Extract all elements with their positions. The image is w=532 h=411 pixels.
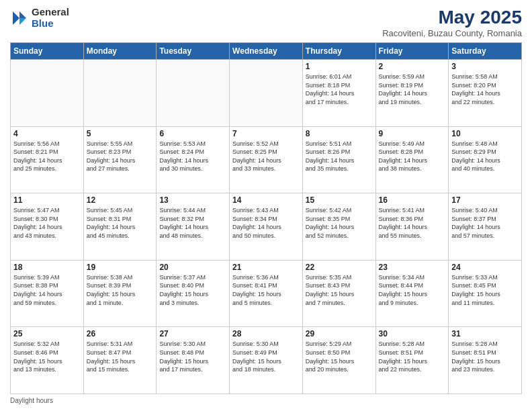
day-number: 25 xyxy=(13,329,81,338)
calendar-cell: 8Sunrise: 5:51 AM Sunset: 8:26 PM Daylig… xyxy=(302,126,375,193)
day-number: 30 xyxy=(379,329,446,338)
calendar-cell: 23Sunrise: 5:34 AM Sunset: 8:44 PM Dayli… xyxy=(375,260,449,327)
title-area: May 2025 Racoviteni, Buzau County, Roman… xyxy=(382,7,522,38)
calendar-cell: 3Sunrise: 5:58 AM Sunset: 8:20 PM Daylig… xyxy=(449,60,522,127)
calendar-cell: 11Sunrise: 5:47 AM Sunset: 8:30 PM Dayli… xyxy=(11,193,84,261)
calendar-cell: 30Sunrise: 5:28 AM Sunset: 8:51 PM Dayli… xyxy=(375,327,449,394)
calendar-cell: 31Sunrise: 5:28 AM Sunset: 8:51 PM Dayli… xyxy=(449,327,522,394)
calendar-cell: 10Sunrise: 5:48 AM Sunset: 8:29 PM Dayli… xyxy=(449,126,522,193)
day-number: 10 xyxy=(451,129,519,138)
calendar-week-2: 4Sunrise: 5:56 AM Sunset: 8:21 PM Daylig… xyxy=(11,126,522,193)
day-info: Sunrise: 5:53 AM Sunset: 8:24 PM Dayligh… xyxy=(159,140,226,173)
calendar-cell: 12Sunrise: 5:45 AM Sunset: 8:31 PM Dayli… xyxy=(83,193,157,261)
day-number: 15 xyxy=(306,195,373,205)
day-number: 31 xyxy=(451,329,519,338)
calendar-cell: 14Sunrise: 5:43 AM Sunset: 8:34 PM Dayli… xyxy=(230,193,303,261)
logo-text: General Blue xyxy=(32,7,69,29)
calendar-cell: 4Sunrise: 5:56 AM Sunset: 8:21 PM Daylig… xyxy=(11,126,84,193)
calendar-cell: 27Sunrise: 5:30 AM Sunset: 8:48 PM Dayli… xyxy=(157,327,230,394)
col-sunday: Sunday xyxy=(11,43,84,60)
day-info: Sunrise: 5:55 AM Sunset: 8:23 PM Dayligh… xyxy=(87,140,154,173)
calendar-cell xyxy=(157,60,230,127)
day-info: Sunrise: 5:30 AM Sunset: 8:49 PM Dayligh… xyxy=(232,340,300,373)
day-number: 9 xyxy=(379,129,446,138)
day-number: 5 xyxy=(87,129,154,138)
day-info: Sunrise: 5:56 AM Sunset: 8:21 PM Dayligh… xyxy=(13,140,81,173)
calendar-cell: 17Sunrise: 5:40 AM Sunset: 8:37 PM Dayli… xyxy=(449,193,522,261)
day-number: 19 xyxy=(87,263,154,272)
col-monday: Monday xyxy=(83,43,157,60)
header-row: Sunday Monday Tuesday Wednesday Thursday… xyxy=(11,43,522,60)
calendar-cell: 29Sunrise: 5:29 AM Sunset: 8:50 PM Dayli… xyxy=(302,327,375,394)
day-number: 28 xyxy=(232,329,300,338)
day-number: 4 xyxy=(13,129,81,138)
col-friday: Friday xyxy=(375,43,449,60)
calendar-cell xyxy=(83,60,157,127)
col-thursday: Thursday xyxy=(302,43,375,60)
day-number: 8 xyxy=(306,129,373,138)
day-number: 7 xyxy=(232,129,300,138)
calendar-cell: 18Sunrise: 5:39 AM Sunset: 8:38 PM Dayli… xyxy=(11,260,84,327)
day-number: 12 xyxy=(87,195,154,205)
day-number: 11 xyxy=(13,195,81,205)
day-info: Sunrise: 5:42 AM Sunset: 8:35 PM Dayligh… xyxy=(306,206,373,240)
page: General Blue May 2025 Racoviteni, Buzau … xyxy=(0,0,532,411)
day-info: Sunrise: 5:59 AM Sunset: 8:19 PM Dayligh… xyxy=(379,73,446,106)
col-tuesday: Tuesday xyxy=(157,43,230,60)
day-info: Sunrise: 5:41 AM Sunset: 8:36 PM Dayligh… xyxy=(379,206,446,240)
day-number: 18 xyxy=(13,263,81,272)
calendar-cell: 26Sunrise: 5:31 AM Sunset: 8:47 PM Dayli… xyxy=(83,327,157,394)
calendar-cell: 24Sunrise: 5:33 AM Sunset: 8:45 PM Dayli… xyxy=(449,260,522,327)
calendar-cell: 13Sunrise: 5:44 AM Sunset: 8:32 PM Dayli… xyxy=(157,193,230,261)
day-info: Sunrise: 5:40 AM Sunset: 8:37 PM Dayligh… xyxy=(451,206,519,240)
calendar-week-4: 18Sunrise: 5:39 AM Sunset: 8:38 PM Dayli… xyxy=(11,260,522,327)
header: General Blue May 2025 Racoviteni, Buzau … xyxy=(10,7,522,38)
day-info: Sunrise: 5:30 AM Sunset: 8:48 PM Dayligh… xyxy=(159,340,226,373)
day-info: Sunrise: 5:29 AM Sunset: 8:50 PM Dayligh… xyxy=(306,340,373,373)
col-wednesday: Wednesday xyxy=(230,43,303,60)
calendar-cell: 5Sunrise: 5:55 AM Sunset: 8:23 PM Daylig… xyxy=(83,126,157,193)
calendar-cell: 28Sunrise: 5:30 AM Sunset: 8:49 PM Dayli… xyxy=(230,327,303,394)
day-info: Sunrise: 5:35 AM Sunset: 8:43 PM Dayligh… xyxy=(306,273,373,307)
day-info: Sunrise: 5:58 AM Sunset: 8:20 PM Dayligh… xyxy=(451,73,519,106)
day-info: Sunrise: 5:43 AM Sunset: 8:34 PM Dayligh… xyxy=(232,206,300,240)
calendar-cell: 20Sunrise: 5:37 AM Sunset: 8:40 PM Dayli… xyxy=(157,260,230,327)
day-number: 1 xyxy=(306,62,373,71)
day-number: 2 xyxy=(379,62,446,71)
day-info: Sunrise: 5:37 AM Sunset: 8:40 PM Dayligh… xyxy=(159,273,226,307)
day-info: Sunrise: 5:33 AM Sunset: 8:45 PM Dayligh… xyxy=(451,273,519,307)
footer-note: Daylight hours xyxy=(10,397,522,404)
day-info: Sunrise: 5:44 AM Sunset: 8:32 PM Dayligh… xyxy=(159,206,226,240)
day-info: Sunrise: 5:28 AM Sunset: 8:51 PM Dayligh… xyxy=(451,340,519,373)
calendar-cell: 19Sunrise: 5:38 AM Sunset: 8:39 PM Dayli… xyxy=(83,260,157,327)
day-info: Sunrise: 5:49 AM Sunset: 8:28 PM Dayligh… xyxy=(379,140,446,173)
calendar-cell: 21Sunrise: 5:36 AM Sunset: 8:41 PM Dayli… xyxy=(230,260,303,327)
day-number: 17 xyxy=(451,195,519,205)
day-info: Sunrise: 5:32 AM Sunset: 8:46 PM Dayligh… xyxy=(13,340,81,373)
day-number: 13 xyxy=(159,195,226,205)
day-info: Sunrise: 5:36 AM Sunset: 8:41 PM Dayligh… xyxy=(232,273,300,307)
day-number: 21 xyxy=(232,263,300,272)
logo: General Blue xyxy=(10,7,69,29)
col-saturday: Saturday xyxy=(449,43,522,60)
day-info: Sunrise: 5:47 AM Sunset: 8:30 PM Dayligh… xyxy=(13,206,81,240)
calendar-cell: 25Sunrise: 5:32 AM Sunset: 8:46 PM Dayli… xyxy=(11,327,84,394)
day-info: Sunrise: 5:52 AM Sunset: 8:25 PM Dayligh… xyxy=(232,140,300,173)
day-info: Sunrise: 5:45 AM Sunset: 8:31 PM Dayligh… xyxy=(87,206,154,240)
day-number: 29 xyxy=(306,329,373,338)
calendar-cell: 7Sunrise: 5:52 AM Sunset: 8:25 PM Daylig… xyxy=(230,126,303,193)
day-number: 22 xyxy=(306,263,373,272)
subtitle: Racoviteni, Buzau County, Romania xyxy=(382,28,522,38)
day-number: 27 xyxy=(159,329,226,338)
day-number: 6 xyxy=(159,129,226,138)
calendar-week-3: 11Sunrise: 5:47 AM Sunset: 8:30 PM Dayli… xyxy=(11,193,522,261)
day-number: 24 xyxy=(451,263,519,272)
calendar-cell: 22Sunrise: 5:35 AM Sunset: 8:43 PM Dayli… xyxy=(302,260,375,327)
day-info: Sunrise: 5:39 AM Sunset: 8:38 PM Dayligh… xyxy=(13,273,81,307)
day-info: Sunrise: 5:51 AM Sunset: 8:26 PM Dayligh… xyxy=(306,140,373,173)
day-info: Sunrise: 5:48 AM Sunset: 8:29 PM Dayligh… xyxy=(451,140,519,173)
day-info: Sunrise: 5:31 AM Sunset: 8:47 PM Dayligh… xyxy=(87,340,154,373)
calendar-cell: 9Sunrise: 5:49 AM Sunset: 8:28 PM Daylig… xyxy=(375,126,449,193)
day-number: 20 xyxy=(159,263,226,272)
day-number: 26 xyxy=(87,329,154,338)
